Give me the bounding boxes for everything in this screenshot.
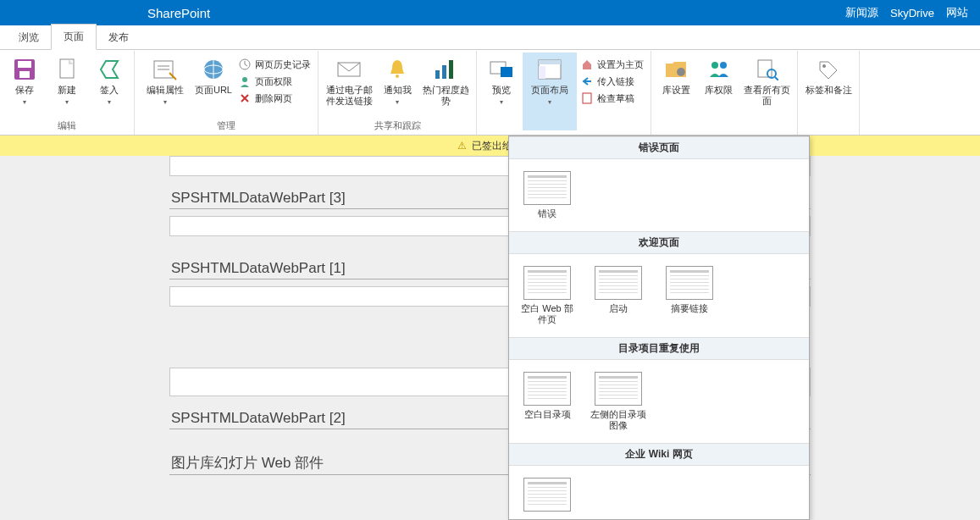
nav-newsfeed[interactable]: 新闻源 <box>845 5 878 20</box>
gallery-section-header: 错误页面 <box>509 136 809 159</box>
svg-point-11 <box>242 77 247 82</box>
bell-icon <box>384 56 411 83</box>
group-edit: 保存▾ 新建▾ 签入▾ 编辑 <box>0 51 135 135</box>
properties-icon <box>152 56 179 83</box>
top-bar: SharePoint 新闻源 SkyDrive 网站 <box>0 0 980 25</box>
lib-perms-button[interactable]: 库权限 <box>697 53 739 130</box>
tab-page[interactable]: 页面 <box>51 24 97 50</box>
gallery-section-header: 欢迎页面 <box>509 231 809 254</box>
group-manage: 编辑属性▾ 页面URL 网页历史记录 页面权限 删除网页 管理 <box>135 51 318 135</box>
person-icon <box>238 75 252 88</box>
mail-icon <box>335 56 363 83</box>
edit-props-button[interactable]: 编辑属性▾ <box>138 53 192 118</box>
ribbon: 保存▾ 新建▾ 签入▾ 编辑 编辑属性▾ 页面URL 网页历史记录 <box>0 51 980 136</box>
email-button[interactable]: 通过电子邮件发送链接 <box>322 53 376 118</box>
checkin-icon <box>96 56 123 83</box>
incoming-links-button[interactable]: 传入链接 <box>577 73 647 90</box>
nav-sites[interactable]: 网站 <box>946 5 968 20</box>
layout-thumb-icon <box>595 266 642 300</box>
page-layout-gallery: 错误页面 错误 欢迎页面 空白 Web 部件页 启动 摘要链接 目录项目重复使用 <box>508 136 810 520</box>
page-content: SPSHTMLDataWebPart [3] SPSHTMLDataWebPar… <box>0 156 980 520</box>
layout-thumb-icon <box>523 171 571 205</box>
svg-point-24 <box>677 68 685 76</box>
history-button[interactable]: 网页历史记录 <box>235 56 314 73</box>
group-preview: 预览▾ 页面布局▾ 设置为主页 传入链接 检查草稿 <box>477 51 651 135</box>
trending-button[interactable]: 热门程度趋势 <box>418 53 473 118</box>
svg-point-30 <box>822 64 826 68</box>
search-page-icon <box>753 56 780 83</box>
warning-icon: ⚠ <box>457 140 467 152</box>
new-icon <box>53 56 80 83</box>
new-button[interactable]: 新建▾ <box>46 53 88 118</box>
draft-icon <box>580 91 594 105</box>
people-icon <box>705 56 732 83</box>
layout-option-blank-webpart[interactable]: 空白 Web 部件页 <box>514 263 580 329</box>
page-url-button[interactable]: 页面URL <box>192 53 235 118</box>
layout-option-splash[interactable]: 启动 <box>585 263 651 329</box>
tab-browse[interactable]: 浏览 <box>7 25 51 50</box>
ribbon-tabs: 浏览 页面 发布 <box>0 25 980 51</box>
save-button[interactable]: 保存▾ <box>3 53 46 118</box>
delete-icon <box>238 91 252 105</box>
page-layout-button[interactable]: 页面布局▾ <box>523 53 577 130</box>
preview-icon <box>488 56 515 83</box>
group-library: 库设置 库权限 查看所有页面 <box>651 51 798 135</box>
svg-rect-1 <box>18 61 31 68</box>
svg-point-25 <box>711 62 718 69</box>
trending-icon <box>432 56 459 83</box>
svg-rect-2 <box>19 71 30 78</box>
lib-settings-button[interactable]: 库设置 <box>655 53 697 130</box>
svg-rect-15 <box>442 65 446 79</box>
layout-option-wiki[interactable] <box>514 474 580 515</box>
home-icon <box>580 58 594 71</box>
check-draft-button[interactable]: 检查草稿 <box>577 90 647 107</box>
layout-option-blank-catalog[interactable]: 空白目录项 <box>514 368 580 434</box>
layout-thumb-icon <box>595 372 642 406</box>
gallery-section-header: 企业 Wiki 网页 <box>509 443 809 466</box>
save-icon <box>11 56 38 83</box>
svg-line-29 <box>775 77 778 80</box>
svg-rect-20 <box>539 60 561 64</box>
svg-point-26 <box>720 62 727 69</box>
svg-rect-21 <box>539 66 545 79</box>
layout-thumb-icon <box>523 372 571 406</box>
page-perms-button[interactable]: 页面权限 <box>235 73 314 90</box>
history-icon <box>238 58 252 71</box>
layout-option-summary-links[interactable]: 摘要链接 <box>656 263 723 329</box>
alert-button[interactable]: 通知我▾ <box>376 53 418 118</box>
checkin-button[interactable]: 签入▾ <box>88 53 130 118</box>
preview-button[interactable]: 预览▾ <box>480 53 523 130</box>
nav-skydrive[interactable]: SkyDrive <box>890 7 934 19</box>
svg-rect-23 <box>583 93 591 103</box>
link-in-icon <box>580 75 594 88</box>
layout-option-error[interactable]: 错误 <box>514 168 580 223</box>
brand-label: SharePoint <box>147 6 210 20</box>
delete-page-button[interactable]: 删除网页 <box>235 90 314 107</box>
svg-point-13 <box>396 75 399 78</box>
group-tags: 标签和备注 <box>798 51 860 135</box>
globe-icon <box>200 56 227 83</box>
tag-icon <box>815 56 842 83</box>
tags-button[interactable]: 标签和备注 <box>801 53 855 130</box>
layout-thumb-icon <box>523 478 571 512</box>
svg-rect-27 <box>758 60 772 77</box>
layout-thumb-icon <box>666 266 713 300</box>
layout-icon <box>536 56 563 83</box>
svg-rect-14 <box>435 70 440 79</box>
set-home-button[interactable]: 设置为主页 <box>577 56 647 73</box>
gallery-section-header: 目录项目重复使用 <box>509 337 809 360</box>
view-all-button[interactable]: 查看所有页面 <box>739 53 794 130</box>
layout-thumb-icon <box>523 266 571 300</box>
tab-publish[interactable]: 发布 <box>97 25 141 50</box>
layout-option-catalog-image-left[interactable]: 左侧的目录项图像 <box>585 368 651 434</box>
svg-rect-3 <box>60 59 74 78</box>
group-share: 通过电子邮件发送链接 通知我▾ 热门程度趋势 共享和跟踪 <box>318 51 477 135</box>
checkout-notice: ⚠ 已签出给您 <box>0 136 980 156</box>
svg-rect-16 <box>449 60 453 79</box>
folder-gear-icon <box>662 56 689 83</box>
svg-rect-18 <box>501 67 512 77</box>
